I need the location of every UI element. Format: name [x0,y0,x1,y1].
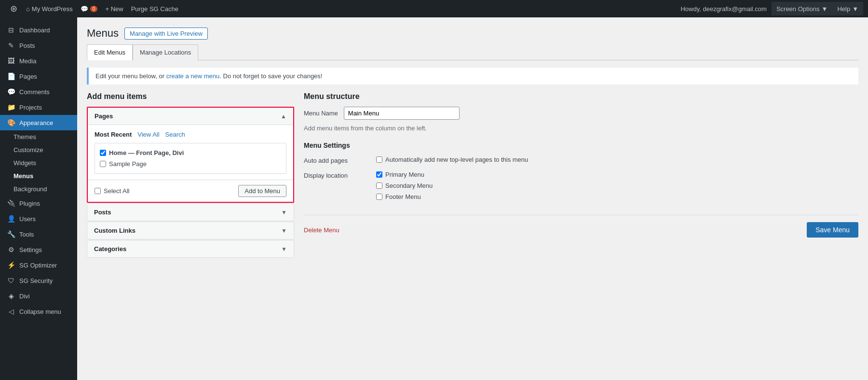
page-label-home: Home — Front Page, Divi [109,149,184,156]
notice-bar: Edit your menu below, or create a new me… [87,68,858,84]
create-new-menu-link[interactable]: create a new menu [166,72,220,80]
sidebar-item-themes[interactable]: Themes [0,130,77,143]
sidebar-item-appearance[interactable]: 🎨 Appearance [0,115,77,130]
sidebar-item-users[interactable]: 👤 Users [0,211,77,226]
sidebar-item-tools[interactable]: 🔧 Tools [0,226,77,242]
chevron-down-icon: ▼ [852,5,858,13]
categories-accordion-header[interactable]: Categories ▼ [87,240,294,257]
admin-bar-comments[interactable]: 💬 0 [77,0,102,17]
pages-accordion-footer: Select All Add to Menu [88,180,293,202]
add-to-menu-button[interactable]: Add to Menu [238,185,286,197]
menu-structure-title: Menu structure [304,92,858,101]
dashboard-icon: ⊟ [7,26,15,34]
tab-edit-menus[interactable]: Edit Menus [87,44,133,60]
chevron-down-icon: ▼ [281,227,287,234]
live-preview-button[interactable]: Manage with Live Preview [124,28,208,40]
wp-logo-icon[interactable]: ⊛ [5,0,22,17]
sidebar-item-comments[interactable]: 💬 Comments [0,84,77,99]
custom-links-accordion-title: Custom Links [94,227,136,234]
footer-menu-row: Footer Menu [376,193,433,200]
pages-accordion-header[interactable]: Pages ▲ [88,108,293,125]
display-location-value: Primary Menu Secondary Menu Footer Menu [376,171,433,200]
admin-bar-purge-cache[interactable]: Purge SG Cache [127,0,182,17]
tools-icon: 🔧 [7,230,15,238]
posts-accordion-title: Posts [94,209,111,216]
secondary-menu-checkbox[interactable] [376,183,382,189]
help-button[interactable]: Help ▼ [832,2,863,15]
main-content: Menus Manage with Live Preview Edit Menu… [77,17,868,380]
posts-accordion: Posts ▼ [87,203,294,221]
page-checkbox-sample[interactable] [100,161,106,167]
pages-accordion-title: Pages [95,113,113,120]
pages-icon: 📄 [7,72,15,80]
admin-bar-new[interactable]: + New [101,0,127,17]
menu-name-row: Menu Name [304,107,858,120]
menu-actions: Delete Menu Save Menu [304,215,858,238]
select-all-checkbox[interactable] [95,188,101,194]
content-columns: Add menu items Pages ▲ Most Recent View … [87,92,858,258]
sidebar-item-menus[interactable]: Menus [0,169,77,183]
primary-menu-checkbox[interactable] [376,171,382,178]
auto-add-checkbox[interactable] [376,156,382,163]
tab-view-all[interactable]: View All [137,131,159,138]
admin-bar: ⊛ ⌂ My WordPress 💬 0 + New Purge SG Cach… [0,0,868,17]
sidebar-item-settings[interactable]: ⚙ Settings [0,242,77,257]
primary-menu-row: Primary Menu [376,171,433,178]
display-location-label: Display location [304,171,366,179]
sg-optimizer-icon: ⚡ [7,261,15,269]
tab-most-recent[interactable]: Most Recent [95,131,132,138]
sidebar-item-posts[interactable]: ✎ Posts [0,38,77,53]
chevron-up-icon: ▲ [281,113,286,120]
menu-hint: Add menu items from the column on the le… [304,125,858,132]
posts-accordion-header[interactable]: Posts ▼ [87,204,294,221]
list-item: Home — Front Page, Divi [99,147,282,158]
footer-menu-checkbox[interactable] [376,194,382,200]
sidebar: ⊟ Dashboard ✎ Posts 🖼 Media 📄 Pages 💬 Co… [0,17,77,380]
delete-menu-link[interactable]: Delete Menu [304,226,339,234]
sidebar-item-collapse[interactable]: ◁ Collapse menu [0,304,77,319]
list-item: Sample Page [99,158,282,169]
sidebar-item-customize[interactable]: Customize [0,143,77,156]
custom-links-accordion-header[interactable]: Custom Links ▼ [87,222,294,239]
pages-accordion-body: Most Recent View All Search Home — Front… [88,125,293,180]
sidebar-item-sg-optimizer[interactable]: ⚡ SG Optimizer [0,257,77,273]
sidebar-item-sg-security[interactable]: 🛡 SG Security [0,273,77,288]
sidebar-submenu-appearance: Themes Customize Widgets Menus Backgroun… [0,130,77,196]
pages-accordion: Pages ▲ Most Recent View All Search H [87,107,294,203]
media-icon: 🖼 [7,57,15,65]
pages-list: Home — Front Page, Divi Sample Page [95,143,286,174]
save-menu-button[interactable]: Save Menu [807,222,858,238]
categories-accordion: Categories ▼ [87,240,294,258]
sidebar-item-divi[interactable]: ◈ Divi [0,288,77,304]
display-location-row: Display location Primary Menu Secondary … [304,171,858,200]
sidebar-item-plugins[interactable]: 🔌 Plugins [0,196,77,211]
plugins-icon: 🔌 [7,199,15,207]
auto-add-label: Auto add pages [304,156,366,164]
admin-bar-site-name[interactable]: ⌂ My WordPress [22,0,77,17]
page-header: Menus Manage with Live Preview [87,27,858,40]
sidebar-item-dashboard[interactable]: ⊟ Dashboard [0,22,77,38]
menu-structure-column: Menu structure Menu Name Add menu items … [304,92,858,238]
sidebar-item-background[interactable]: Background [0,183,77,196]
sidebar-item-pages[interactable]: 📄 Pages [0,69,77,84]
categories-accordion-title: Categories [94,245,126,253]
projects-icon: 📁 [7,103,15,111]
tab-search[interactable]: Search [165,131,185,138]
auto-add-value: Automatically add new top-level pages to… [376,156,528,163]
page-label-sample: Sample Page [109,160,147,168]
sidebar-item-widgets[interactable]: Widgets [0,156,77,169]
sidebar-item-media[interactable]: 🖼 Media [0,53,77,69]
menu-name-input[interactable] [344,107,460,120]
screen-options-button[interactable]: Screen Options ▼ [772,2,832,15]
posts-icon: ✎ [7,42,15,49]
menu-settings-section: Menu Settings Auto add pages Automatical… [304,141,858,200]
auto-add-checkbox-row: Automatically add new top-level pages to… [376,156,528,163]
chevron-down-icon: ▼ [281,209,287,216]
tabs: Edit Menus Manage Locations [87,44,858,60]
admin-bar-right: Howdy, deezgrafix@gmail.com Screen Optio… [676,2,863,15]
sidebar-item-projects[interactable]: 📁 Projects [0,99,77,115]
tab-manage-locations[interactable]: Manage Locations [133,44,198,60]
add-menu-items-title: Add menu items [87,92,294,101]
page-checkbox-home[interactable] [100,150,106,156]
users-icon: 👤 [7,215,15,223]
